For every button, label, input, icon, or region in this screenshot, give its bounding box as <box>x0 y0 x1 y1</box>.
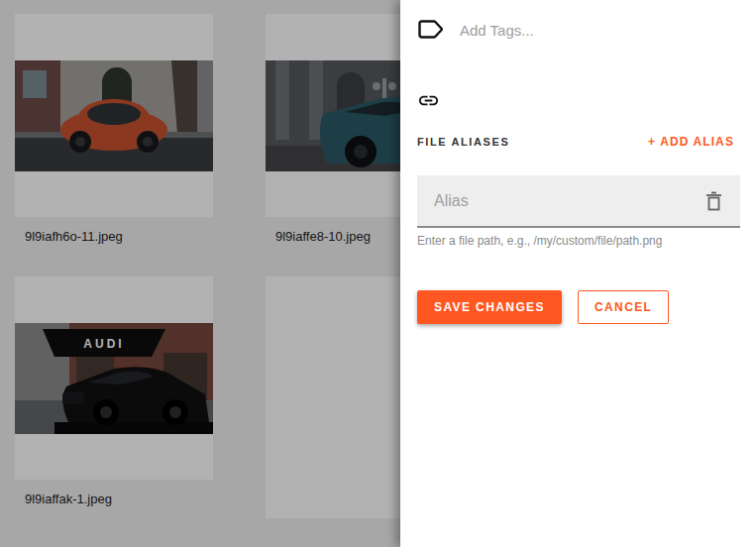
edit-panel: FILE ALIASES + ADD ALIAS Enter a file pa… <box>400 0 756 547</box>
trash-icon <box>705 199 722 214</box>
link-icon <box>417 89 440 116</box>
delete-alias-button[interactable] <box>700 185 728 217</box>
add-tags-input[interactable] <box>460 18 727 42</box>
alias-helper-text: Enter a file path, e.g., /my/custom/file… <box>417 234 662 248</box>
file-aliases-label: FILE ALIASES <box>417 136 509 148</box>
alias-input[interactable] <box>417 175 700 226</box>
tag-icon <box>418 19 443 44</box>
add-alias-button[interactable]: + ADD ALIAS <box>646 131 736 153</box>
cancel-button[interactable]: CANCEL <box>578 290 669 324</box>
file-aliases-header: FILE ALIASES + ADD ALIAS <box>417 131 736 153</box>
alias-field <box>417 175 740 228</box>
panel-actions: SAVE CHANGES CANCEL <box>417 290 669 324</box>
save-changes-button[interactable]: SAVE CHANGES <box>417 290 562 324</box>
